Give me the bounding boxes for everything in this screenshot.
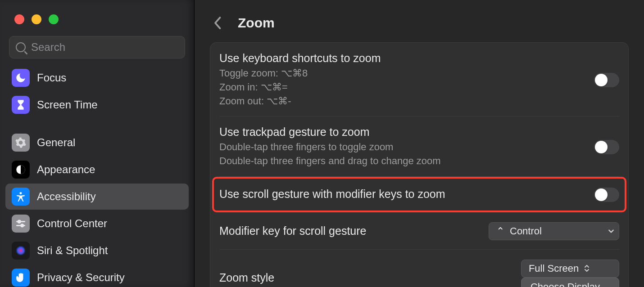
- window-controls: [0, 8, 194, 36]
- trackpad-gesture-toggle[interactable]: [594, 140, 619, 154]
- appearance-icon: [12, 161, 30, 179]
- sidebar-item-label: Focus: [37, 72, 66, 84]
- row-scroll-gesture: Use scroll gesture with modifier keys to…: [219, 179, 619, 211]
- row-subline: Zoom in: ⌥⌘=: [219, 81, 586, 94]
- hourglass-icon: [12, 96, 30, 114]
- sidebar-item-label: Screen Time: [37, 99, 98, 111]
- sidebar-item-screentime[interactable]: Screen Time: [5, 92, 189, 118]
- accessibility-icon: [12, 188, 30, 206]
- sidebar-item-label: Appearance: [37, 163, 95, 176]
- sidebar-item-focus[interactable]: Focus: [5, 65, 189, 91]
- search-field[interactable]: [9, 36, 185, 58]
- row-title: Modifier key for scroll gesture: [219, 224, 489, 238]
- highlighted-row: Use scroll gesture with modifier keys to…: [212, 177, 626, 212]
- svg-point-6: [16, 246, 26, 256]
- maximize-window-button[interactable]: [49, 14, 59, 24]
- hand-icon: [12, 269, 30, 287]
- search-input[interactable]: [31, 41, 178, 54]
- back-button[interactable]: [210, 15, 226, 31]
- choose-display-button[interactable]: Choose Display…: [521, 278, 619, 287]
- row-title: Use scroll gesture with modifier keys to…: [219, 188, 586, 201]
- moon-icon: [12, 69, 30, 87]
- gear-icon: [12, 134, 30, 152]
- sidebar-item-accessibility[interactable]: Accessibility: [5, 184, 189, 210]
- main-content: Zoom Use keyboard shortcuts to zoom Togg…: [195, 0, 644, 287]
- chevron-up-down-icon: [584, 265, 590, 272]
- row-zoom-style: Zoom style Full Screen Choose Display…: [219, 250, 619, 287]
- sidebar-item-label: Siri & Spotlight: [37, 244, 108, 257]
- zoom-style-select[interactable]: Full Screen: [521, 260, 619, 278]
- row-title: Use keyboard shortcuts to zoom: [219, 52, 586, 65]
- keyboard-shortcuts-toggle[interactable]: [594, 73, 619, 87]
- sidebar-item-label: General: [37, 136, 75, 149]
- sidebar-item-appearance[interactable]: Appearance: [5, 157, 189, 183]
- row-title: Use trackpad gesture to zoom: [219, 126, 586, 139]
- button-label: Choose Display…: [531, 281, 610, 287]
- close-window-button[interactable]: [14, 14, 24, 24]
- svg-point-3: [18, 220, 20, 223]
- select-symbol: ⌃: [496, 225, 504, 237]
- sidebar-item-label: Privacy & Security: [37, 271, 125, 284]
- sidebar-item-label: Control Center: [37, 217, 107, 230]
- row-title: Zoom style: [219, 271, 521, 284]
- scroll-gesture-toggle[interactable]: [594, 188, 619, 202]
- sidebar-item-siri[interactable]: Siri & Spotlight: [5, 238, 189, 264]
- row-subline: Double-tap three fingers and drag to cha…: [219, 154, 586, 168]
- siri-icon: [12, 242, 30, 260]
- modifier-key-select[interactable]: ⌃ Control: [489, 222, 619, 240]
- sidebar-item-privacy[interactable]: Privacy & Security: [5, 265, 189, 287]
- select-value: Control: [510, 225, 603, 237]
- row-subline: Double-tap three fingers to toggle zoom: [219, 140, 586, 154]
- row-trackpad-gesture: Use trackpad gesture to zoom Double-tap …: [219, 117, 619, 177]
- svg-point-5: [21, 224, 23, 227]
- sidebar-item-controlcenter[interactable]: Control Center: [5, 211, 189, 237]
- search-icon: [16, 42, 26, 52]
- select-value: Full Screen: [529, 263, 579, 274]
- sidebar-item-label: Accessibility: [37, 190, 96, 203]
- sidebar: Focus Screen Time General Appearance: [0, 0, 195, 287]
- row-subline: Zoom out: ⌥⌘-: [219, 94, 586, 108]
- row-subline: Toggle zoom: ⌥⌘8: [219, 67, 586, 81]
- minimize-window-button[interactable]: [32, 14, 41, 24]
- chevron-down-icon: [608, 229, 614, 233]
- page-title: Zoom: [238, 15, 275, 31]
- settings-panel: Use keyboard shortcuts to zoom Toggle zo…: [210, 42, 629, 287]
- sliders-icon: [12, 215, 30, 233]
- sidebar-item-general[interactable]: General: [5, 130, 189, 156]
- row-keyboard-shortcuts: Use keyboard shortcuts to zoom Toggle zo…: [219, 43, 619, 117]
- row-modifier-key: Modifier key for scroll gesture ⌃ Contro…: [219, 212, 619, 250]
- svg-point-1: [20, 192, 22, 194]
